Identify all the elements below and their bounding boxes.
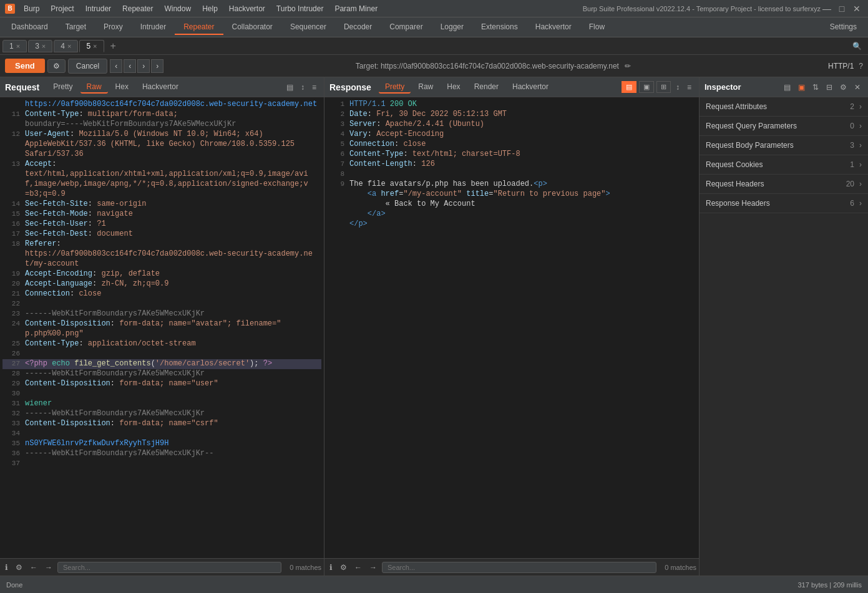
tab-intruder[interactable]: Intruder	[132, 20, 175, 35]
request-icon-1[interactable]: ▤	[284, 82, 296, 93]
inspector-label-req-headers: Request Headers	[706, 180, 846, 188]
inspector-row-cookies[interactable]: Request Cookies 1 ›	[700, 155, 868, 174]
repeater-tab-5-close[interactable]: ×	[93, 42, 97, 50]
response-info-icon[interactable]: ℹ	[327, 562, 335, 573]
cancel-button[interactable]: Cancel	[68, 59, 107, 74]
repeater-tab-4[interactable]: 4 ×	[54, 40, 78, 52]
menu-repeater[interactable]: Repeater	[117, 3, 158, 14]
minimize-button[interactable]: —	[821, 2, 833, 15]
line-item: https://0af900b803cc164fc704c7da002d008c…	[2, 249, 321, 259]
inspector-row-query-params[interactable]: Request Query Parameters 0 ›	[700, 117, 868, 135]
send-button[interactable]: Send	[5, 59, 45, 73]
request-tab-raw[interactable]: Raw	[80, 81, 108, 94]
edit-target-icon[interactable]: ✏	[625, 62, 631, 70]
inspector-count-resp-headers: 6	[850, 199, 854, 208]
response-view-icon-1[interactable]: ▤	[622, 81, 636, 93]
chevron-down-icon: ›	[859, 180, 862, 188]
request-tab-pretty[interactable]: Pretty	[47, 81, 79, 94]
repeater-tab-4-close[interactable]: ×	[67, 42, 71, 50]
maximize-button[interactable]: □	[836, 2, 848, 15]
inspector-label-request-attrs: Request Attributes	[706, 102, 850, 111]
inspector-row-body-params[interactable]: Request Body Parameters 3 ›	[700, 136, 868, 155]
response-search-next-icon[interactable]: →	[367, 562, 379, 573]
line-item: 3 Server: Apache/2.4.41 (Ubuntu)	[327, 120, 696, 130]
response-search-input[interactable]	[382, 562, 656, 573]
inspector-row-req-headers[interactable]: Request Headers 20 ›	[700, 175, 868, 193]
response-tab-raw[interactable]: Raw	[412, 81, 439, 94]
request-search-settings-icon[interactable]: ⚙	[13, 562, 25, 573]
tab-logger[interactable]: Logger	[432, 20, 472, 35]
tab-comparer[interactable]: Comparer	[381, 20, 431, 35]
repeater-tab-1[interactable]: 1 ×	[2, 40, 27, 52]
request-tabs: Pretty Raw Hex Hackvertor	[47, 81, 185, 94]
request-tab-hackvertor[interactable]: Hackvertor	[136, 81, 185, 94]
request-icon-2[interactable]: ↕	[298, 82, 307, 93]
request-search-next-icon[interactable]: →	[42, 562, 55, 573]
search-icon[interactable]: 🔍	[849, 41, 866, 52]
repeater-tab-4-label: 4	[61, 42, 65, 51]
settings-icon-button[interactable]: ⚙	[47, 59, 66, 73]
help-icon[interactable]: ?	[859, 62, 863, 70]
response-view-icon-3[interactable]: ⊞	[656, 81, 671, 93]
inspector-panel-header: Inspector ▤ ▣ ⇅ ⊟ ⚙ ✕	[700, 77, 868, 97]
nav-prev2-button[interactable]: ‹	[124, 59, 136, 73]
menu-hackvertor[interactable]: Hackvertor	[224, 3, 270, 14]
inspector-settings-icon[interactable]: ⚙	[837, 82, 849, 93]
tab-proxy[interactable]: Proxy	[95, 20, 132, 35]
repeater-tab-3[interactable]: 3 ×	[28, 40, 52, 52]
response-tab-render[interactable]: Render	[468, 81, 505, 94]
request-icon-3[interactable]: ≡	[310, 82, 319, 93]
menu-window[interactable]: Window	[159, 3, 196, 14]
menu-burp[interactable]: Burp	[19, 3, 44, 14]
repeater-tab-3-close[interactable]: ×	[42, 42, 46, 50]
response-search-settings-icon[interactable]: ⚙	[338, 562, 349, 573]
response-icon-wrap[interactable]: ↕	[673, 82, 682, 93]
nav-next-button[interactable]: ›	[137, 59, 150, 73]
response-icon-menu[interactable]: ≡	[685, 82, 694, 93]
close-button[interactable]: ✕	[851, 2, 863, 15]
app-icon: B	[5, 4, 15, 14]
tab-flow[interactable]: Flow	[580, 20, 613, 35]
inspector-section-req-headers: Request Headers 20 ›	[700, 175, 868, 194]
tab-extensions[interactable]: Extensions	[472, 20, 527, 35]
inspector-collapse-icon[interactable]: ⊟	[824, 82, 835, 93]
line-item: 15 Sec-Fetch-Mode: navigate	[2, 210, 321, 219]
inspector-align-icon[interactable]: ⇅	[810, 82, 821, 93]
nav-next2-button[interactable]: ›	[151, 59, 163, 73]
response-tab-hex[interactable]: Hex	[441, 81, 466, 94]
repeater-tab-3-label: 3	[35, 42, 39, 51]
menu-turbointruder[interactable]: Turbo Intruder	[271, 3, 329, 14]
inspector-view-2[interactable]: ▣	[796, 82, 807, 93]
response-tab-pretty[interactable]: Pretty	[379, 81, 411, 94]
request-info-icon[interactable]: ℹ	[2, 562, 11, 573]
menu-project[interactable]: Project	[46, 3, 79, 14]
request-search-prev-icon[interactable]: ←	[27, 562, 40, 573]
inspector-row-resp-headers[interactable]: Response Headers 6 ›	[700, 194, 868, 213]
menu-help[interactable]: Help	[197, 3, 223, 14]
tab-hackvertor[interactable]: Hackvertor	[527, 20, 580, 35]
inspector-close-icon[interactable]: ✕	[852, 82, 863, 93]
menu-intruder[interactable]: Intruder	[80, 3, 116, 14]
request-search-input[interactable]	[57, 562, 281, 573]
nav-prev-button[interactable]: ‹	[110, 59, 122, 73]
tab-decoder[interactable]: Decoder	[335, 20, 381, 35]
menu-paramminer[interactable]: Param Miner	[329, 3, 383, 14]
tab-dashboard[interactable]: Dashboard	[2, 20, 57, 35]
tab-collaborator[interactable]: Collaborator	[223, 20, 281, 35]
repeater-tab-5[interactable]: 5 ×	[79, 40, 104, 52]
inspector-view-1[interactable]: ▤	[781, 82, 793, 93]
tab-settings[interactable]: Settings	[821, 20, 866, 35]
response-search-prev-icon[interactable]: ←	[352, 562, 364, 573]
add-tab-button[interactable]: +	[105, 39, 121, 53]
response-tab-hackvertor[interactable]: Hackvertor	[506, 81, 555, 94]
repeater-tab-1-close[interactable]: ×	[16, 42, 20, 50]
tab-sequencer[interactable]: Sequencer	[281, 20, 335, 35]
inspector-row-request-attrs[interactable]: Request Attributes 2 ›	[700, 97, 868, 116]
line-item: 9 The file avatars/p.php has been upload…	[327, 180, 696, 190]
tab-repeater[interactable]: Repeater	[175, 20, 223, 35]
request-tab-hex[interactable]: Hex	[109, 81, 135, 94]
tab-target[interactable]: Target	[57, 20, 95, 35]
target-info: Target: https://0af900b803cc164fc704c7da…	[166, 62, 821, 70]
response-view-icon-2[interactable]: ▣	[639, 81, 654, 93]
line-item: 4 Vary: Accept-Encoding	[327, 130, 696, 140]
